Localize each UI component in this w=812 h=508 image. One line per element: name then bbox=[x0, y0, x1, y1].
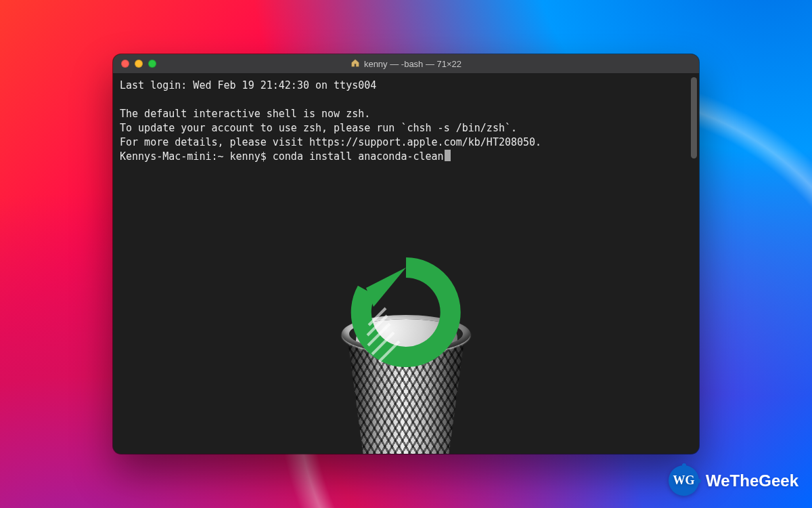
traffic-lights bbox=[113, 60, 156, 68]
terminal-command: conda install anaconda-clean bbox=[273, 150, 444, 163]
terminal-line: Last login: Wed Feb 19 21:42:30 on ttys0… bbox=[120, 79, 376, 91]
window-titlebar[interactable]: kenny — -bash — 71×22 bbox=[113, 54, 699, 73]
zoom-button[interactable] bbox=[148, 60, 156, 68]
window-title-text: kenny — -bash — 71×22 bbox=[364, 59, 461, 69]
close-button[interactable] bbox=[121, 60, 129, 68]
terminal-line: The default interactive shell is now zsh… bbox=[120, 108, 370, 120]
home-icon bbox=[351, 58, 360, 70]
scrollbar-thumb[interactable] bbox=[691, 77, 697, 158]
terminal-window[interactable]: kenny — -bash — 71×22 Last login: Wed Fe… bbox=[113, 54, 699, 454]
terminal-line: To update your account to use zsh, pleas… bbox=[120, 122, 517, 134]
terminal-cursor bbox=[445, 150, 451, 161]
window-title: kenny — -bash — 71×22 bbox=[113, 58, 699, 70]
terminal-body[interactable]: Last login: Wed Feb 19 21:42:30 on ttys0… bbox=[113, 73, 699, 454]
minimize-button[interactable] bbox=[135, 60, 143, 68]
terminal-prompt: Kennys-Mac-mini:~ kenny$ bbox=[120, 150, 273, 163]
terminal-line: For more details, please visit https://s… bbox=[120, 136, 541, 148]
